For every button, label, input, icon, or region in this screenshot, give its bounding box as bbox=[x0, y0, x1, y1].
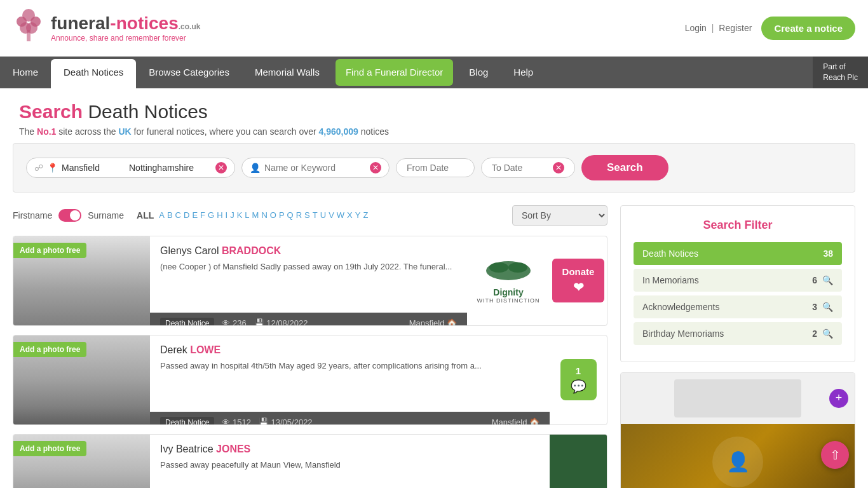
filter-acknowledgements-count: 3 🔍 bbox=[812, 302, 833, 312]
filter-birthday-memoriams-label: Birthday Memoriams bbox=[642, 329, 724, 339]
clear-date-button[interactable]: ✕ bbox=[553, 162, 564, 173]
alpha-M[interactable]: M bbox=[252, 210, 259, 220]
register-link[interactable]: Register bbox=[719, 23, 752, 33]
alpha-J[interactable]: J bbox=[230, 210, 234, 220]
sort-select[interactable]: Sort By Date Ascending Date Descending N… bbox=[512, 205, 607, 226]
svg-point-7 bbox=[489, 262, 508, 273]
name-keyword-input[interactable] bbox=[264, 163, 366, 173]
card-2-description: Passed away in hospital 4th/5th May aged… bbox=[160, 360, 539, 372]
alpha-W[interactable]: W bbox=[337, 210, 344, 220]
alpha-X[interactable]: X bbox=[347, 210, 353, 220]
sidebar-ad-top: + bbox=[621, 373, 855, 424]
to-date-group: ✕ bbox=[481, 158, 575, 178]
listing-card-3: Add a photo free Ivy Beatrice JONES Pass… bbox=[13, 434, 607, 488]
search-word: Search bbox=[19, 101, 83, 122]
page-title-rest: Death Notices bbox=[88, 101, 207, 122]
card-3-description: Passed away peacefully at Maun View, Man… bbox=[160, 459, 539, 471]
alpha-N[interactable]: N bbox=[261, 210, 267, 220]
alpha-E[interactable]: E bbox=[192, 210, 198, 220]
sidebar: Search Filter Death Notices 38 In Memori… bbox=[620, 205, 855, 488]
uk-badge: UK bbox=[118, 126, 131, 137]
alpha-T[interactable]: T bbox=[313, 210, 318, 220]
nav-memorial-walls[interactable]: Memorial Walls bbox=[242, 57, 332, 88]
card-1-views: 👁 236 bbox=[222, 318, 246, 326]
logo-funeral: funeral bbox=[51, 13, 110, 33]
alpha-Q[interactable]: Q bbox=[287, 210, 294, 220]
alpha-I[interactable]: I bbox=[226, 210, 228, 220]
search-button[interactable]: Search bbox=[581, 155, 668, 180]
card-3-name[interactable]: Ivy Beatrice JONES bbox=[160, 444, 539, 455]
card-3-side bbox=[550, 435, 607, 488]
main-content: Firstname Surname ALL A B C D E F G H I … bbox=[13, 205, 607, 488]
card-2-type: Death Notice bbox=[160, 417, 214, 425]
alpha-F[interactable]: F bbox=[200, 210, 205, 220]
link-separator: | bbox=[712, 23, 714, 33]
card-2-name[interactable]: Derek LOWE bbox=[160, 344, 539, 356]
clear-name-button[interactable]: ✕ bbox=[370, 162, 381, 173]
alpha-H[interactable]: H bbox=[217, 210, 222, 220]
card-2-surname: LOWE bbox=[190, 344, 220, 355]
from-date-input[interactable] bbox=[407, 163, 464, 173]
alpha-O[interactable]: O bbox=[270, 210, 276, 220]
nav-home[interactable]: Home bbox=[0, 57, 51, 88]
nav-death-notices[interactable]: Death Notices bbox=[51, 59, 136, 88]
all-filter[interactable]: ALL bbox=[137, 210, 154, 220]
nav-blog[interactable]: Blog bbox=[456, 57, 501, 88]
nav-browse-categories[interactable]: Browse Categories bbox=[136, 57, 242, 88]
alpha-C[interactable]: C bbox=[175, 210, 181, 220]
search-icon-memoriams: 🔍 bbox=[822, 275, 833, 285]
add-photo-badge-1[interactable]: Add a photo free bbox=[13, 243, 86, 258]
alpha-V[interactable]: V bbox=[329, 210, 334, 220]
scroll-to-top-button[interactable]: ⇧ bbox=[821, 441, 849, 469]
alpha-L[interactable]: L bbox=[245, 210, 249, 220]
alpha-Y[interactable]: Y bbox=[355, 210, 361, 220]
county-input[interactable] bbox=[129, 163, 212, 173]
clear-location-button[interactable]: ✕ bbox=[215, 162, 227, 173]
alpha-R[interactable]: R bbox=[296, 210, 302, 220]
notice-count: 4,960,009 bbox=[319, 126, 358, 137]
search-bar: ☍ 📍 ✕ 👤 ✕ ✕ Search bbox=[13, 143, 855, 193]
filter-acknowledgements[interactable]: Acknowledgements 3 🔍 bbox=[634, 295, 842, 318]
card-2-comment[interactable]: 1 💬 bbox=[550, 336, 607, 424]
to-date-input[interactable] bbox=[492, 163, 549, 173]
add-photo-badge-2[interactable]: Add a photo free bbox=[13, 342, 86, 357]
alpha-B[interactable]: B bbox=[167, 210, 173, 220]
card-1-name[interactable]: Glenys Carol BRADDOCK bbox=[160, 245, 457, 257]
logo-tagline: Announce, share and remember forever bbox=[51, 34, 200, 43]
card-1-photo: Add a photo free bbox=[13, 236, 150, 325]
search-filter-panel: Search Filter Death Notices 38 In Memori… bbox=[620, 205, 855, 362]
filter-in-memoriams[interactable]: In Memoriams 6 🔍 bbox=[634, 269, 842, 292]
alpha-P[interactable]: P bbox=[279, 210, 285, 220]
pin-icon: 📍 bbox=[47, 163, 58, 173]
listing-card-1: Add a photo free Glenys Carol BRADDOCK (… bbox=[13, 236, 607, 326]
sidebar-ad: + 👤 Is escapism good for your mental hea… bbox=[620, 372, 855, 488]
alpha-A[interactable]: A bbox=[159, 210, 165, 220]
alpha-U[interactable]: U bbox=[320, 210, 326, 220]
location-input[interactable] bbox=[62, 163, 125, 173]
card-1-description: (nee Cooper ) of Mansfield Sadly passed … bbox=[160, 261, 457, 273]
create-notice-button[interactable]: Create a notice bbox=[761, 17, 855, 40]
filter-in-memoriams-label: In Memoriams bbox=[642, 275, 699, 285]
card-1-dignity-logo: Dignity WITH DISTINCTION bbox=[467, 236, 550, 325]
filter-death-notices-count: 38 bbox=[823, 248, 833, 259]
card-1-location: Mansfield 🏠 bbox=[409, 318, 457, 326]
alpha-Z[interactable]: Z bbox=[363, 210, 368, 220]
filter-birthday-memoriams[interactable]: Birthday Memoriams 2 🔍 bbox=[634, 322, 842, 345]
nav-find-funeral-director[interactable]: Find a Funeral Director bbox=[336, 59, 453, 86]
alpha-D[interactable]: D bbox=[184, 210, 189, 220]
header-links: Login | Register bbox=[685, 23, 752, 33]
alpha-G[interactable]: G bbox=[208, 210, 214, 220]
card-3-photo: Add a photo free bbox=[13, 435, 150, 488]
logo-hyphen: - bbox=[110, 13, 116, 33]
filter-death-notices[interactable]: Death Notices 38 bbox=[634, 242, 842, 265]
card-1-donate[interactable]: Donate ❤ bbox=[550, 236, 607, 325]
page-title-area: Search Death Notices The No.1 site acros… bbox=[0, 88, 868, 143]
add-photo-badge-3[interactable]: Add a photo free bbox=[13, 441, 86, 456]
alpha-S[interactable]: S bbox=[304, 210, 310, 220]
login-link[interactable]: Login bbox=[685, 23, 707, 33]
card-1-firstname: Glenys Carol bbox=[160, 245, 222, 256]
alpha-K[interactable]: K bbox=[237, 210, 243, 220]
sidebar-ad-plus-icon[interactable]: + bbox=[829, 389, 848, 408]
toggle-switch[interactable] bbox=[58, 209, 81, 222]
nav-help[interactable]: Help bbox=[501, 57, 546, 88]
